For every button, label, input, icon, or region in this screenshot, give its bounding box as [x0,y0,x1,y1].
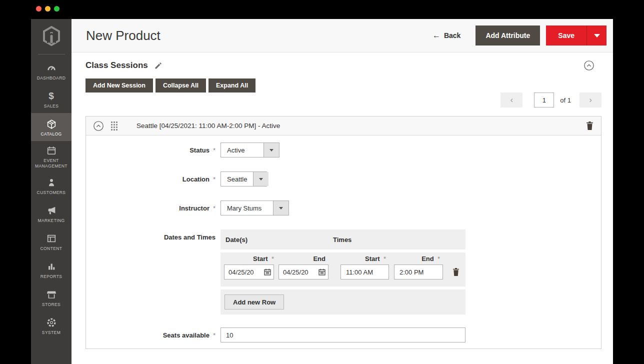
app-window: DASHBOARD $ SALES CATALOG [31,19,613,364]
expand-all-button[interactable]: Expand All [208,78,256,92]
bar-chart-icon [46,261,57,272]
pagination: ‹ of 1 › [86,92,602,108]
location-label: Location* [86,176,216,183]
required-marker: * [213,204,216,212]
session-collapse-icon[interactable] [93,120,104,132]
location-value: Seattle [221,172,253,186]
instructor-value: Mary Stums [221,201,273,215]
gear-icon [46,317,57,328]
page-title: New Product [86,28,160,44]
sidebar-item-label: CUSTOMERS [37,190,66,196]
time-start-header: Start * [326,255,386,262]
previous-page-button[interactable]: ‹ [500,92,522,108]
dashboard-icon [46,62,57,74]
delete-row-trash-icon[interactable] [452,268,460,276]
sidebar-item-event-management[interactable]: EVENT MANAGEMENT [31,141,72,172]
status-value: Active [221,143,264,157]
date-end-header: End [274,255,326,262]
add-new-row-button[interactable]: Add new Row [224,294,284,310]
seats-available-input[interactable] [220,328,466,342]
times-column-header: Times [333,236,352,244]
instructor-label: Instructor* [86,204,216,212]
required-marker: * [213,332,216,339]
time-end-header: End * [386,255,440,262]
seats-available-label: Seats available* [86,332,216,339]
sidebar-item-label: SALES [44,104,58,109]
drag-handle-icon[interactable] [111,122,118,130]
add-new-session-button[interactable]: Add New Session [86,78,153,92]
sidebar-divider [38,54,65,54]
page-count-label: of 1 [560,96,571,104]
time-end-input[interactable] [394,264,443,280]
sidebar-item-label: SYSTEM [42,330,60,336]
save-button[interactable]: Save [546,26,606,46]
instructor-select[interactable]: Mary Stums [220,200,289,216]
close-window-icon[interactable] [36,6,42,12]
select-arrow-icon[interactable] [273,201,288,215]
required-marker: * [213,176,216,183]
back-label: Back [444,32,460,40]
back-button[interactable]: ← Back [432,31,460,40]
session-header[interactable]: Seattle [04/25/2021: 11:00 AM-2:00 PM] -… [86,116,601,136]
sidebar-item-label: CATALOG [40,132,62,137]
sidebar-item-marketing[interactable]: MARKETING [31,200,72,228]
calendar-picker-icon[interactable] [318,268,326,278]
date-start-header: Start * [224,255,274,262]
status-label: Status* [86,146,216,154]
session-title: Seattle [04/25/2021: 11:00 AM-2:00 PM] -… [136,122,280,130]
sidebar-item-sales[interactable]: $ SALES [31,85,72,113]
location-select[interactable]: Seattle [220,172,267,186]
next-page-button[interactable]: › [580,92,602,108]
sidebar-item-reports[interactable]: REPORTS [31,256,72,284]
window-controls [36,6,60,12]
sales-icon: $ [48,90,54,102]
chevron-down-icon [594,34,600,38]
sidebar-item-label: REPORTS [40,274,62,280]
layout-icon [46,233,57,244]
calendar-icon [46,145,57,156]
status-select[interactable]: Active [220,142,280,158]
sidebar-item-dashboard[interactable]: DASHBOARD [31,57,72,85]
section-title: Class Sessions [86,60,148,70]
minimize-window-icon[interactable] [45,6,50,12]
sidebar-item-label: CONTENT [40,246,62,252]
dates-times-label: Dates and Times [86,230,216,241]
time-start-input[interactable] [340,264,389,280]
back-arrow-icon: ← [432,31,440,40]
sidebar-item-system[interactable]: SYSTEM [31,312,72,340]
page-header: New Product ← Back Add Attribute Save [72,19,613,52]
session-panel: Seattle [04/25/2021: 11:00 AM-2:00 PM] -… [86,116,602,349]
zoom-window-icon[interactable] [54,6,60,12]
megaphone-icon [46,205,57,216]
save-label[interactable]: Save [546,26,586,46]
calendar-picker-icon[interactable] [264,268,272,278]
dates-times-table: Date(s) Times Start * End Start * End * [220,230,466,314]
admin-sidebar: DASHBOARD $ SALES CATALOG [31,19,72,364]
dates-column-header: Date(s) [220,236,333,244]
delete-session-trash-icon[interactable] [586,121,594,130]
collapse-all-button[interactable]: Collapse All [156,78,206,92]
catalog-icon [46,118,57,130]
select-arrow-icon[interactable] [253,172,268,186]
required-marker: * [213,146,216,154]
save-options-toggle[interactable] [586,26,606,46]
content-area: Class Sessions Add New Session Collap [72,52,613,364]
edit-pencil-icon[interactable] [154,62,162,70]
sidebar-item-content[interactable]: CONTENT [31,228,72,256]
page-number-input[interactable] [534,92,554,108]
select-arrow-icon[interactable] [264,143,279,157]
sidebar-item-stores[interactable]: STORES [31,284,72,312]
person-icon [46,177,57,188]
sidebar-item-label: DASHBOARD [37,76,66,81]
storefront-icon [46,289,57,300]
sidebar-item-customers[interactable]: CUSTOMERS [31,172,72,200]
sidebar-item-label: EVENT MANAGEMENT [32,158,70,168]
sidebar-item-catalog[interactable]: CATALOG [31,113,72,141]
magento-logo[interactable] [42,19,60,54]
sidebar-item-label: MARKETING [38,218,64,224]
add-attribute-button[interactable]: Add Attribute [476,26,540,46]
section-collapse-icon[interactable] [584,60,594,71]
sidebar-item-label: STORES [42,302,60,308]
